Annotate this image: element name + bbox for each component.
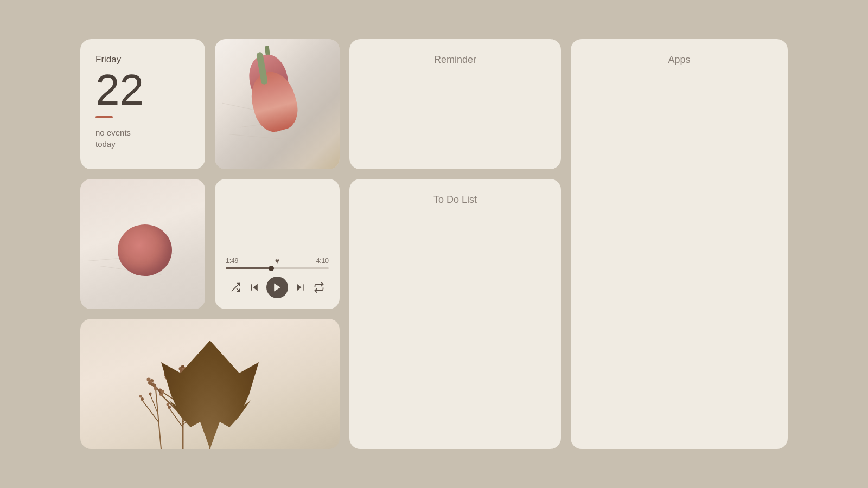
svg-point-38 xyxy=(200,408,203,412)
svg-point-42 xyxy=(150,381,152,383)
svg-point-29 xyxy=(204,376,207,379)
svg-point-39 xyxy=(202,406,205,409)
music-progress-bar[interactable] xyxy=(226,267,329,269)
svg-point-53 xyxy=(153,384,156,387)
svg-point-61 xyxy=(214,389,218,393)
calendar-accent-bar xyxy=(95,116,113,118)
music-progress-fill xyxy=(226,267,271,269)
calendar-events: no eventstoday xyxy=(95,127,190,150)
svg-point-27 xyxy=(218,384,221,388)
svg-point-44 xyxy=(215,388,218,391)
prev-button[interactable] xyxy=(247,280,262,295)
svg-point-49 xyxy=(141,397,144,401)
svg-point-57 xyxy=(225,403,228,406)
svg-line-55 xyxy=(212,406,226,427)
reminder-title: Reminder xyxy=(365,54,546,66)
repeat-button[interactable] xyxy=(311,280,327,295)
svg-point-24 xyxy=(207,395,210,399)
svg-point-51 xyxy=(149,393,152,395)
tulip-petal xyxy=(245,52,292,107)
svg-line-34 xyxy=(169,408,183,427)
svg-point-45 xyxy=(217,386,219,388)
music-controls xyxy=(226,277,329,298)
svg-point-36 xyxy=(167,403,169,406)
svg-point-22 xyxy=(208,397,212,401)
svg-line-54 xyxy=(210,395,214,449)
svg-line-37 xyxy=(183,411,202,425)
svg-marker-4 xyxy=(274,284,280,292)
svg-point-28 xyxy=(203,378,207,382)
svg-line-10 xyxy=(167,378,183,395)
calendar-day: Friday xyxy=(95,54,190,65)
svg-line-47 xyxy=(142,400,158,422)
reminder-widget: Reminder xyxy=(349,39,561,169)
music-progress-container: 1:49 ♥ 4:10 xyxy=(226,256,329,269)
svg-point-50 xyxy=(139,395,142,398)
svg-point-33 xyxy=(181,365,184,368)
todo-title: To Do List xyxy=(365,194,546,206)
calendar-date-number: 22 xyxy=(95,68,190,112)
todo-widget: To Do List xyxy=(349,179,561,449)
svg-point-25 xyxy=(219,386,223,390)
music-progress-dot xyxy=(269,266,274,271)
marble-line-1 xyxy=(222,103,295,119)
svg-line-13 xyxy=(183,381,205,400)
svg-line-12 xyxy=(183,389,221,411)
marble-line-2 xyxy=(240,120,289,128)
svg-point-59 xyxy=(219,398,221,401)
music-time-row: 1:49 ♥ 4:10 xyxy=(226,256,329,265)
play-button[interactable] xyxy=(266,277,288,298)
svg-point-26 xyxy=(221,383,225,387)
photo-peony-widget xyxy=(80,179,205,309)
next-button[interactable] xyxy=(292,280,308,295)
marble-line-5 xyxy=(99,266,161,275)
music-time-current: 1:49 xyxy=(226,257,238,265)
dashboard: Friday 22 no eventstoday Reminder Apps xyxy=(48,7,820,481)
tulip-photo xyxy=(215,39,340,169)
apps-title: Apps xyxy=(586,54,773,66)
peony-photo xyxy=(80,179,205,309)
prev-icon xyxy=(249,282,260,293)
music-widget: 1:49 ♥ 4:10 xyxy=(215,179,340,309)
photo-tulip-widget xyxy=(215,39,340,169)
dried-flowers-svg xyxy=(80,319,340,449)
photo-dried-widget xyxy=(80,319,340,449)
shuffle-button[interactable] xyxy=(228,280,243,295)
svg-point-21 xyxy=(164,373,167,376)
svg-point-35 xyxy=(168,406,171,409)
next-icon xyxy=(295,282,305,293)
music-time-total: 4:10 xyxy=(316,257,329,265)
svg-point-23 xyxy=(210,394,214,398)
svg-marker-2 xyxy=(253,284,258,291)
marble-line-3 xyxy=(227,134,290,140)
svg-point-18 xyxy=(147,378,151,382)
repeat-icon xyxy=(314,282,324,293)
shuffle-icon xyxy=(230,282,241,293)
apps-widget: Apps xyxy=(571,39,788,449)
marble-line-4 xyxy=(87,253,174,261)
svg-line-56 xyxy=(213,400,220,416)
svg-point-60 xyxy=(213,392,216,396)
svg-point-58 xyxy=(227,401,229,403)
calendar-widget: Friday 22 no eventstoday xyxy=(80,39,205,169)
music-heart-icon: ♥ xyxy=(275,256,279,265)
svg-marker-5 xyxy=(297,284,301,291)
svg-line-43 xyxy=(210,390,216,399)
play-icon xyxy=(272,282,283,293)
svg-line-48 xyxy=(150,395,157,411)
svg-point-16 xyxy=(161,390,164,393)
svg-line-11 xyxy=(183,400,210,422)
